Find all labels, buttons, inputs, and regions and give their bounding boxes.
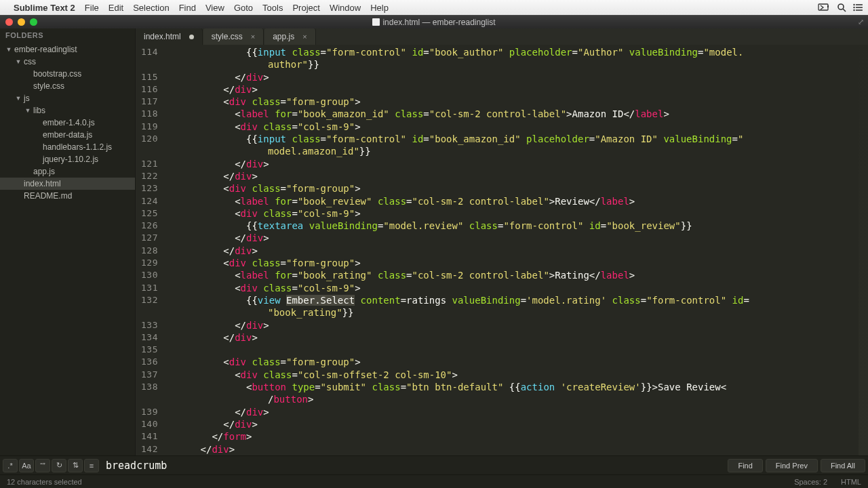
window-title-text: index.html — ember-readinglist <box>382 18 495 27</box>
code-line <box>166 344 868 356</box>
find-bar: .* Aa “” ↻ ⇅ ≡ Find Find Prev Find All <box>0 455 868 474</box>
menu-selection[interactable]: Selection <box>133 3 169 13</box>
disclosure-icon[interactable]: ▼ <box>15 58 22 65</box>
list-icon[interactable] <box>853 3 863 12</box>
menu-goto[interactable]: Goto <box>234 3 253 13</box>
menu-help[interactable]: Help <box>370 3 389 13</box>
svg-rect-1 <box>827 5 829 7</box>
code-area[interactable]: {{input class="form-control" id="book_au… <box>166 45 868 455</box>
minimize-window-button[interactable] <box>18 18 25 26</box>
menu-find[interactable]: Find <box>179 3 196 13</box>
svg-line-3 <box>843 9 846 12</box>
file-item[interactable]: app.js <box>0 165 135 178</box>
code-line: </div> <box>166 170 868 182</box>
close-window-button[interactable] <box>5 18 13 26</box>
menu-project[interactable]: Project <box>292 3 319 13</box>
code-line: /button> <box>166 393 868 405</box>
status-spaces[interactable]: Spaces: 2 <box>794 478 827 486</box>
code-line: model.amazon_id"}} <box>166 145 868 157</box>
window-titlebar: index.html — ember-readinglist ⤢ <box>0 15 868 28</box>
code-line: <div class="col-sm-9"> <box>166 121 868 133</box>
find-prev-button[interactable]: Find Prev <box>766 459 818 472</box>
find-input[interactable] <box>100 458 725 473</box>
svg-point-8 <box>853 7 854 8</box>
svg-point-2 <box>838 4 844 9</box>
code-line: </div> <box>166 158 868 170</box>
menu-view[interactable]: View <box>205 3 224 13</box>
close-icon[interactable]: × <box>251 33 255 41</box>
tab[interactable]: style.css× <box>203 28 264 45</box>
find-button[interactable]: Find <box>728 459 762 472</box>
menu-file[interactable]: File <box>85 3 99 13</box>
tree-item-label: ember-1.4.0.js <box>43 118 95 127</box>
file-item[interactable]: style.css <box>0 80 135 92</box>
editor[interactable]: 1141151161171181191201211221231241251261… <box>136 45 868 455</box>
display-icon[interactable] <box>818 3 830 12</box>
menu-tools[interactable]: Tools <box>262 3 283 13</box>
window-controls <box>5 18 37 26</box>
close-icon[interactable]: × <box>302 33 307 41</box>
code-line: </div> <box>166 406 868 418</box>
tree-item-label: js <box>24 94 30 103</box>
tab[interactable]: index.html <box>136 28 203 45</box>
find-opt-regex[interactable]: .* <box>3 459 18 472</box>
menu-window[interactable]: Window <box>330 3 361 13</box>
code-line: <div class="col-sm-9"> <box>166 282 868 294</box>
disclosure-icon[interactable]: ▼ <box>24 107 31 114</box>
tab-label: index.html <box>144 32 181 41</box>
code-line: </div> <box>166 232 868 244</box>
folder-item[interactable]: ▼js <box>0 92 135 104</box>
tree-item-label: libs <box>33 106 45 115</box>
search-icon[interactable] <box>837 3 846 12</box>
menu-edit[interactable]: Edit <box>108 3 123 13</box>
file-item[interactable]: bootstrap.css <box>0 68 135 80</box>
file-item[interactable]: README.md <box>0 190 135 202</box>
file-item[interactable]: ember-1.4.0.js <box>0 117 135 129</box>
tree-item-label: css <box>24 57 36 66</box>
app-name[interactable]: Sublime Text 2 <box>14 3 75 13</box>
file-item[interactable]: ember-data.js <box>0 129 135 141</box>
folder-item[interactable]: ▼libs <box>0 104 135 117</box>
folder-item[interactable]: ▼ember-readinglist <box>0 43 135 56</box>
code-line: <div class="col-sm-9"> <box>166 207 868 220</box>
maximize-icon[interactable]: ⤢ <box>858 18 864 26</box>
find-opt-highlight[interactable]: ≡ <box>84 459 99 472</box>
find-opt-case[interactable]: Aa <box>19 459 34 472</box>
file-item[interactable]: jquery-1.10.2.js <box>0 153 135 165</box>
tab[interactable]: app.js× <box>264 28 315 45</box>
code-line: <div class="form-group"> <box>166 257 868 269</box>
file-item[interactable]: index.html <box>0 178 135 190</box>
find-opt-insel[interactable]: ⇅ <box>68 459 83 472</box>
tree-item-label: ember-readinglist <box>14 45 77 54</box>
find-all-button[interactable]: Find All <box>821 459 865 472</box>
menubar: Sublime Text 2 File Edit Selection Find … <box>0 0 868 15</box>
disclosure-icon[interactable]: ▼ <box>15 95 22 102</box>
file-item[interactable]: handlebars-1.1.2.js <box>0 141 135 153</box>
status-selection: 12 characters selected <box>7 478 82 486</box>
disclosure-icon[interactable]: ▼ <box>5 46 12 53</box>
code-line: <label for="book_amazon_id" class="col-s… <box>166 108 868 120</box>
folder-item[interactable]: ▼css <box>0 56 135 68</box>
code-line: </form> <box>166 430 868 443</box>
code-line: <div class="col-sm-offset-2 col-sm-10"> <box>166 369 868 381</box>
status-lang[interactable]: HTML <box>841 478 861 486</box>
svg-point-7 <box>853 4 854 5</box>
minimap[interactable] <box>859 45 868 455</box>
code-line: </div> <box>166 418 868 430</box>
dirty-icon <box>189 35 194 39</box>
find-opt-wrap[interactable]: ↻ <box>52 459 66 472</box>
zoom-window-button[interactable] <box>30 18 37 26</box>
tab-bar: index.htmlstyle.css×app.js× <box>136 28 868 45</box>
tab-label: style.css <box>212 32 243 41</box>
code-line: {{textarea valueBinding="model.review" c… <box>166 220 868 232</box>
code-line: {{input class="form-control" id="book_au… <box>166 46 868 58</box>
folder-tree: ▼ember-readinglist▼cssbootstrap.cssstyle… <box>0 42 135 203</box>
find-opt-word[interactable]: “” <box>35 459 50 472</box>
code-line: </div> <box>166 319 868 331</box>
code-line: </div> <box>166 71 868 83</box>
tree-item-label: jquery-1.10.2.js <box>43 155 98 164</box>
code-line: </div> <box>166 245 868 257</box>
code-line: <button type="submit" class="btn btn-def… <box>166 381 868 393</box>
code-line: <label for="book_rating" class="col-sm-2… <box>166 269 868 281</box>
file-icon <box>372 18 380 26</box>
